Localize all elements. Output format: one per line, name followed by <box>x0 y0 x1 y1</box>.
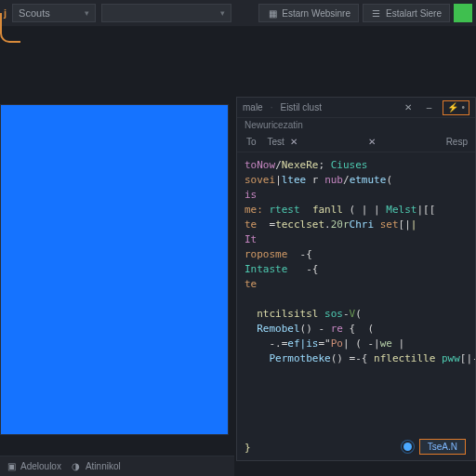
code-line: Permotbeke() =-{ nflectille pww[|-{ > <box>245 351 468 366</box>
code-editor[interactable]: toNow/NexeRe; Ciusessovei|ltee r nub/etm… <box>237 152 475 460</box>
status-bar: ▣ Adeloulox ◑ Atinnikol <box>0 456 234 476</box>
dropdown-label: Scouts <box>19 7 50 19</box>
editor-tab-1[interactable]: To Test ✕ <box>237 132 307 152</box>
close-icon[interactable]: ✕ <box>402 101 415 114</box>
header-divider: · <box>271 102 273 112</box>
preview-panel[interactable] <box>0 104 229 435</box>
code-line <box>245 366 468 381</box>
code-panel-header: male · Eistil clust ✕ – ⚡ • <box>237 98 475 118</box>
code-line: It <box>245 232 468 247</box>
code-panel: male · Eistil clust ✕ – ⚡ • Newuricezati… <box>236 97 476 461</box>
panel-icon: ☰ <box>371 7 382 19</box>
top-toolbar: j Scouts ▾ ▾ ▦ Estarn Websinre ☰ Estalar… <box>0 0 476 26</box>
bolt-icon: ⚡ <box>447 102 458 112</box>
editor-tab-row: To Test ✕ ✕ Resp <box>237 132 475 152</box>
project-dropdown[interactable]: Scouts ▾ <box>12 4 96 22</box>
top-left-group: j Scouts ▾ ▾ <box>4 4 231 22</box>
toolbar-button-2-label: Estalart Siere <box>386 8 442 19</box>
code-line <box>245 381 468 396</box>
code-line <box>245 292 468 307</box>
editor-tab-3[interactable]: Resp <box>437 132 475 152</box>
close-icon[interactable]: ✕ <box>290 137 298 147</box>
status-item-1[interactable]: ▣ Adeloulox <box>6 461 61 472</box>
minimize-icon[interactable]: – <box>422 101 435 114</box>
code-line: Intaste -{ <box>245 262 468 277</box>
toolbar-button-1-label: Estarn Websinre <box>282 8 350 19</box>
editor-tab-2[interactable]: ✕ <box>359 132 385 152</box>
code-line: is <box>245 188 468 203</box>
toolbar-button-2[interactable]: ☰ Estalart Siere <box>363 4 450 22</box>
secondary-dropdown[interactable]: ▾ <box>101 4 231 22</box>
code-footer: TseA.N <box>403 439 466 455</box>
terminal-icon: ▣ <box>6 461 17 472</box>
code-line: toNow/NexeRe; Ciuses <box>245 158 468 173</box>
header-tab-1[interactable]: male <box>243 102 263 112</box>
tab-1-label: To <box>246 137 257 147</box>
tab-3-label: Resp <box>446 137 468 147</box>
highlighted-action[interactable]: ⚡ • <box>443 100 469 115</box>
top-right-group: ▦ Estarn Websinre ☰ Estalart Siere <box>258 4 472 22</box>
file-path: Newuricezatin <box>237 118 475 132</box>
footer-action-button[interactable]: TseA.N <box>419 439 466 455</box>
status-item-2-label: Atinnikol <box>86 461 121 471</box>
code-line <box>245 411 468 426</box>
code-line <box>245 396 468 411</box>
chevron-down-icon: ▾ <box>85 8 89 18</box>
tab-2-label: Test <box>268 137 284 147</box>
grid-icon: ▦ <box>267 7 278 19</box>
header-tab-2[interactable]: Eistil clust <box>280 102 321 112</box>
code-line: te <box>245 277 468 292</box>
code-line: roposme -{ <box>245 247 468 262</box>
chevron-down-icon: ▾ <box>220 8 225 18</box>
code-line: -.=ef|is="Po| ( -|we | <box>245 337 468 351</box>
bug-icon: ◑ <box>71 461 82 472</box>
toolbar-button-1[interactable]: ▦ Estarn Websinre <box>258 4 359 22</box>
connector-line <box>0 24 20 43</box>
code-line: ntcilsitsl sos-V( <box>245 307 468 322</box>
status-indicator-icon <box>403 443 412 451</box>
dot-icon: • <box>461 102 465 112</box>
code-line: sovei|ltee r nub/etmute( <box>245 173 468 188</box>
code-line: te =tecclset.20rChri set[|| <box>245 218 468 232</box>
code-line: me: rtest fanll ( | | Melst|[[ <box>245 203 468 218</box>
code-line: Remobel() - re { ( <box>245 322 468 337</box>
close-icon[interactable]: ✕ <box>368 137 376 147</box>
run-button[interactable] <box>454 4 472 22</box>
status-item-1-label: Adeloulox <box>20 461 61 471</box>
logo-glyph: j <box>4 7 7 19</box>
status-item-2[interactable]: ◑ Atinnikol <box>71 461 121 472</box>
